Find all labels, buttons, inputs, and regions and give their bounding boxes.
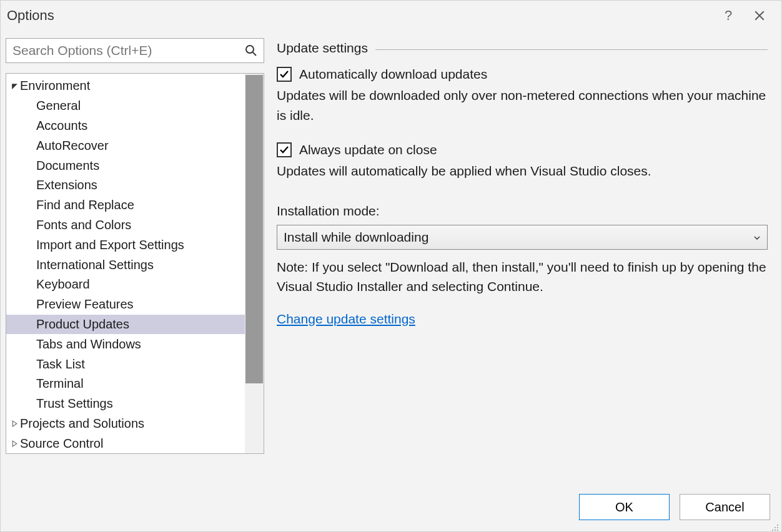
install-mode-value: Install while downloading bbox=[284, 230, 753, 245]
svg-point-2 bbox=[775, 527, 776, 528]
window-title: Options bbox=[7, 7, 54, 24]
svg-point-1 bbox=[777, 525, 778, 526]
search-input[interactable] bbox=[6, 41, 242, 61]
tree-item-label: General bbox=[36, 99, 81, 113]
tree-item[interactable]: Task List bbox=[6, 354, 245, 374]
dialog-body: EnvironmentGeneralAccountsAutoRecoverDoc… bbox=[1, 31, 781, 494]
tree-item[interactable]: Import and Export Settings bbox=[6, 235, 245, 255]
svg-point-5 bbox=[775, 530, 776, 531]
svg-point-6 bbox=[777, 530, 778, 531]
tree-item[interactable]: Extensions bbox=[6, 175, 245, 195]
cancel-button[interactable]: Cancel bbox=[680, 494, 770, 520]
tree-item[interactable]: Keyboard bbox=[6, 275, 245, 295]
close-icon[interactable] bbox=[753, 9, 766, 22]
svg-point-0 bbox=[246, 46, 254, 53]
always-update-close-checkbox[interactable] bbox=[277, 142, 292, 157]
tree-group[interactable]: Projects and Solutions bbox=[6, 414, 245, 434]
search-icon[interactable] bbox=[242, 44, 260, 57]
options-dialog: Options ? EnvironmentGeneralAccountsAuto… bbox=[0, 0, 782, 532]
svg-point-4 bbox=[772, 530, 773, 531]
tree-group[interactable]: Environment bbox=[6, 76, 245, 96]
chevron-down-icon bbox=[753, 230, 761, 245]
auto-download-checkbox-row[interactable]: Automatically download updates bbox=[277, 67, 768, 82]
tree-group-label: Environment bbox=[20, 79, 90, 93]
right-pane: Update settings Automatically download u… bbox=[277, 38, 774, 494]
tree-item-label: Task List bbox=[36, 357, 85, 372]
tree-item-label: International Settings bbox=[36, 258, 154, 272]
install-mode-select[interactable]: Install while downloading bbox=[277, 225, 768, 250]
install-mode-note: Note: If you select "Download all, then … bbox=[277, 257, 768, 297]
change-update-settings-link[interactable]: Change update settings bbox=[277, 312, 415, 327]
tree-group-label: Projects and Solutions bbox=[20, 416, 144, 431]
tree-item-label: Keyboard bbox=[36, 277, 90, 292]
tree-item-label: Extensions bbox=[36, 178, 97, 192]
auto-download-checkbox[interactable] bbox=[277, 67, 292, 82]
resize-grip-icon[interactable] bbox=[770, 520, 779, 529]
tree-group-label: Source Control bbox=[20, 436, 103, 451]
install-mode-label: Installation mode: bbox=[277, 204, 768, 219]
tree-group[interactable]: Source Control bbox=[6, 433, 245, 453]
tree-item-label: Find and Replace bbox=[36, 198, 134, 212]
tree-item[interactable]: AutoRecover bbox=[6, 135, 245, 155]
tree-item-label: Import and Export Settings bbox=[36, 238, 184, 252]
tree-item-label: AutoRecover bbox=[36, 139, 109, 153]
install-mode-block: Installation mode: Install while downloa… bbox=[277, 199, 768, 327]
tree-item[interactable]: General bbox=[6, 96, 245, 116]
tree-item-label: Product Updates bbox=[36, 317, 129, 332]
tree-item[interactable]: Fonts and Colors bbox=[6, 215, 245, 235]
tree-item[interactable]: Terminal bbox=[6, 374, 245, 394]
scrollbar-track[interactable] bbox=[245, 74, 264, 453]
titlebar: Options ? bbox=[1, 1, 781, 31]
tree-item[interactable]: Preview Features bbox=[6, 295, 245, 315]
always-update-close-label: Always update on close bbox=[299, 142, 437, 157]
ok-button[interactable]: OK bbox=[579, 494, 670, 520]
dialog-footer: OK Cancel bbox=[1, 494, 781, 531]
always-update-close-checkbox-row[interactable]: Always update on close bbox=[277, 142, 768, 157]
scrollbar-thumb[interactable] bbox=[245, 75, 263, 383]
section-title: Update settings bbox=[277, 41, 368, 56]
help-icon[interactable]: ? bbox=[721, 9, 735, 22]
chevron-down-icon[interactable] bbox=[10, 82, 19, 89]
tree-item-label: Tabs and Windows bbox=[36, 337, 141, 352]
always-update-close-desc: Updates will automatically be applied wh… bbox=[277, 161, 768, 181]
tree-item-label: Terminal bbox=[36, 377, 84, 391]
section-header: Update settings bbox=[277, 41, 768, 56]
tree-item[interactable]: Product Updates bbox=[6, 315, 245, 335]
tree-item-label: Fonts and Colors bbox=[36, 218, 131, 232]
search-options-wrap bbox=[6, 38, 264, 63]
tree-item[interactable]: Tabs and Windows bbox=[6, 334, 245, 354]
tree-item[interactable]: Trust Settings bbox=[6, 394, 245, 414]
tree-item[interactable]: Accounts bbox=[6, 116, 245, 136]
tree-item-label: Preview Features bbox=[36, 297, 134, 312]
chevron-right-icon[interactable] bbox=[10, 440, 19, 447]
title-controls: ? bbox=[721, 9, 775, 22]
svg-point-3 bbox=[777, 527, 778, 528]
tree-item[interactable]: Documents bbox=[6, 155, 245, 175]
auto-download-label: Automatically download updates bbox=[299, 67, 487, 82]
tree-item[interactable]: International Settings bbox=[6, 255, 245, 275]
section-divider bbox=[375, 49, 768, 50]
auto-download-desc: Updates will be downloaded only over non… bbox=[277, 86, 768, 125]
always-update-close-block: Always update on close Updates will auto… bbox=[277, 142, 768, 181]
tree-item-label: Trust Settings bbox=[36, 397, 113, 411]
chevron-right-icon[interactable] bbox=[10, 420, 19, 427]
tree-item-label: Documents bbox=[36, 159, 99, 173]
tree-item-label: Accounts bbox=[36, 119, 87, 133]
tree-item[interactable]: Find and Replace bbox=[6, 195, 245, 215]
left-pane: EnvironmentGeneralAccountsAutoRecoverDoc… bbox=[6, 38, 264, 494]
options-tree: EnvironmentGeneralAccountsAutoRecoverDoc… bbox=[6, 73, 264, 454]
auto-download-block: Automatically download updates Updates w… bbox=[277, 67, 768, 125]
